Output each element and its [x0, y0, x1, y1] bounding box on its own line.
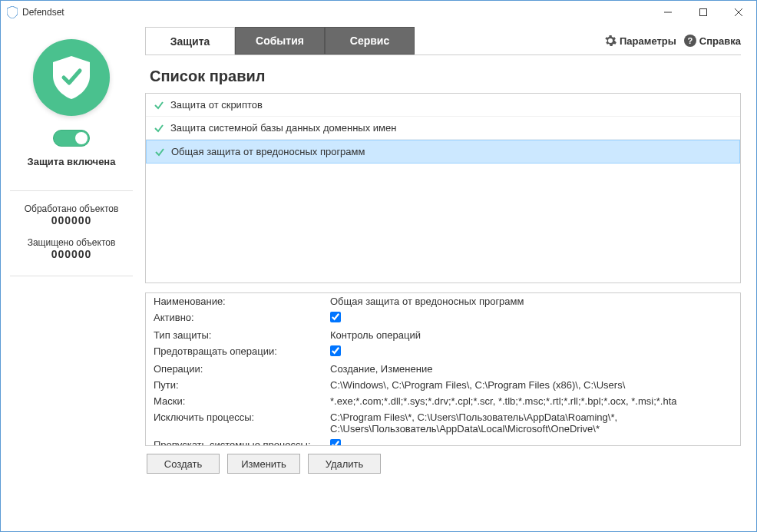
- rule-label: Общая защита от вредоносных программ: [171, 146, 365, 157]
- rule-item[interactable]: Защита системной базы данных доменных им…: [146, 117, 740, 140]
- status-logo: [33, 39, 110, 116]
- close-button[interactable]: [721, 1, 756, 24]
- detail-skip-checkbox[interactable]: [330, 439, 341, 446]
- help-link[interactable]: ? Справка: [684, 35, 741, 47]
- titlebar: Defendset: [1, 1, 756, 24]
- rule-details: Наименование: Общая защита от вредоносны…: [145, 292, 741, 446]
- detail-skip-label: Пропускать системные процессы:: [146, 437, 322, 446]
- detail-active-checkbox[interactable]: [330, 312, 341, 322]
- rule-label: Защита от скриптов: [170, 99, 263, 111]
- detail-active-label: Активно:: [146, 309, 322, 327]
- rules-list: Защита от скриптов Защита системной базы…: [145, 93, 741, 283]
- help-link-label: Справка: [699, 35, 741, 47]
- detail-ops-value: Создание, Изменение: [322, 361, 740, 377]
- gear-icon: [604, 35, 617, 47]
- detail-type-label: Тип защиты:: [146, 327, 322, 343]
- check-icon: [154, 123, 164, 134]
- tab-events[interactable]: События: [235, 27, 325, 55]
- section-title: Список правил: [150, 68, 741, 85]
- tab-service[interactable]: Сервис: [325, 27, 415, 55]
- button-row: Создать Изменить Удалить: [145, 454, 741, 474]
- check-icon: [154, 147, 165, 157]
- detail-paths-label: Пути:: [146, 377, 322, 393]
- app-shield-icon: [7, 6, 18, 18]
- divider: [10, 276, 133, 276]
- tab-bar: Защита События Сервис Параметры ? Справк…: [145, 27, 741, 55]
- create-button[interactable]: Создать: [147, 454, 220, 474]
- detail-prevent-label: Предотвращать операции:: [146, 343, 322, 361]
- detail-name-label: Наименование:: [146, 293, 322, 309]
- protection-toggle[interactable]: [53, 130, 90, 147]
- processed-value: 000000: [51, 214, 92, 226]
- tab-protection[interactable]: Защита: [145, 27, 235, 55]
- detail-type-value: Контроль операций: [322, 327, 740, 343]
- detail-prevent-checkbox[interactable]: [330, 345, 341, 356]
- detail-masks-value: *.exe;*.com;*.dll;*.sys;*.drv;*.cpl;*.sc…: [322, 393, 740, 409]
- help-icon: ?: [684, 35, 696, 47]
- edit-button[interactable]: Изменить: [227, 454, 300, 474]
- detail-exclude-label: Исключить процессы:: [146, 409, 322, 437]
- settings-link-label: Параметры: [620, 35, 676, 47]
- detail-name-value: Общая защита от вредоносных программ: [322, 293, 740, 309]
- protected-label: Защищено объектов: [28, 237, 116, 248]
- processed-label: Обработано объектов: [25, 203, 119, 214]
- window-title: Defendset: [22, 7, 650, 18]
- detail-exclude-value: C:\Program Files\*, C:\Users\Пользовател…: [322, 409, 740, 437]
- detail-paths-value: C:\Windows\, C:\Program Files\, C:\Progr…: [322, 377, 740, 393]
- rule-item[interactable]: Защита от скриптов: [146, 94, 740, 117]
- maximize-button[interactable]: [686, 1, 721, 24]
- sidebar: Защита включена Обработано объектов 0000…: [1, 24, 142, 531]
- protection-status-label: Защита включена: [28, 156, 116, 167]
- check-icon: [154, 100, 164, 111]
- shield-check-icon: [53, 56, 90, 99]
- delete-button[interactable]: Удалить: [308, 454, 381, 474]
- svg-rect-1: [700, 9, 707, 16]
- divider: [10, 190, 133, 191]
- rule-item[interactable]: Общая защита от вредоносных программ: [146, 140, 740, 164]
- detail-masks-label: Маски:: [146, 393, 322, 409]
- settings-link[interactable]: Параметры: [604, 35, 676, 47]
- protected-value: 000000: [51, 248, 92, 260]
- detail-ops-label: Операции:: [146, 361, 322, 377]
- rule-label: Защита системной базы данных доменных им…: [170, 122, 396, 134]
- minimize-button[interactable]: [650, 1, 686, 24]
